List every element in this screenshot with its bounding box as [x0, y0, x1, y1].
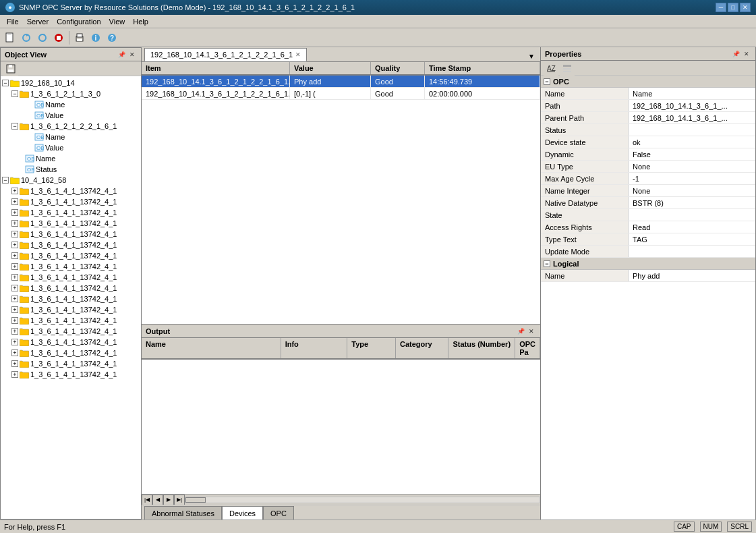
tree-expand-icon[interactable]: −	[11, 90, 18, 97]
tree-item[interactable]: +1_3_6_1_4_1_13742_4_1	[2, 347, 140, 358]
tree-item[interactable]: +1_3_6_1_4_1_13742_4_1	[2, 196, 140, 207]
tree-expand-icon[interactable]: +	[11, 231, 18, 237]
section-expand-icon[interactable]: −	[544, 78, 550, 85]
tree-item[interactable]: OBStatus	[2, 164, 140, 175]
output-tab-devices[interactable]: Devices	[222, 506, 263, 520]
tree-item[interactable]: +1_3_6_1_4_1_13742_4_1	[2, 218, 140, 229]
tree-expand-icon[interactable]: +	[11, 263, 18, 270]
tree-item[interactable]: +1_3_6_1_4_1_13742_4_1	[2, 229, 140, 240]
tree-item[interactable]: +1_3_6_1_4_1_13742_4_1	[2, 369, 140, 380]
toolbar-stop[interactable]	[51, 30, 66, 45]
toolbar-refresh1[interactable]	[19, 30, 34, 45]
tree-item[interactable]: OBName	[2, 132, 140, 142]
tree-save-button[interactable]	[3, 61, 18, 76]
menu-help[interactable]: Help	[129, 16, 152, 27]
scroll-first-button[interactable]: |◀	[142, 495, 152, 505]
props-section-header[interactable]: − Logical	[541, 258, 755, 270]
close-button[interactable]: ✕	[740, 3, 751, 12]
scroll-last-button[interactable]: ▶|	[174, 495, 185, 505]
toolbar-print[interactable]	[72, 30, 87, 45]
menu-view[interactable]: View	[105, 16, 129, 27]
scroll-thumb[interactable]	[185, 497, 206, 503]
props-close-button[interactable]: ✕	[742, 49, 751, 59]
tab-close-button[interactable]: ✕	[295, 51, 301, 58]
tree-expand-icon[interactable]: +	[11, 209, 18, 216]
tree-item[interactable]: +1_3_6_1_4_1_13742_4_1	[2, 315, 140, 326]
tree-expand-icon[interactable]: +	[11, 349, 18, 356]
scroll-track[interactable]	[185, 497, 540, 503]
tree-expand-icon[interactable]: +	[11, 274, 18, 281]
tab-dropdown-arrow[interactable]: ▼	[525, 51, 537, 61]
tree-item[interactable]: OBValue	[2, 142, 140, 153]
tree-expand-icon[interactable]: +	[11, 371, 18, 378]
props-pin-button[interactable]: 📌	[731, 49, 740, 59]
tree-item[interactable]: −1_3_6_1_2_1_1_3_0	[2, 88, 140, 99]
panel-pin-button[interactable]: 📌	[117, 50, 126, 59]
output-h-scrollbar[interactable]: |◀ ◀ ▶ ▶|	[142, 494, 540, 505]
tree-expand-icon[interactable]: +	[11, 306, 18, 313]
tree-expand-icon[interactable]: +	[11, 317, 18, 324]
tree-expand-icon[interactable]: −	[2, 177, 9, 184]
tree-expand-icon[interactable]: −	[11, 123, 18, 130]
grid-body[interactable]: 192_168_10_14.1_3_6_1_2_1_2_2_1_6_1.Na..…	[142, 76, 540, 324]
tree-item[interactable]: +1_3_6_1_4_1_13742_4_1	[2, 250, 140, 261]
scroll-next-button[interactable]: ▶	[163, 495, 174, 505]
tree-item[interactable]: −192_168_10_14	[2, 78, 140, 88]
menu-configuration[interactable]: Configuration	[53, 16, 105, 27]
tree-item[interactable]: +1_3_6_1_4_1_13742_4_1	[2, 261, 140, 272]
toolbar-new[interactable]	[3, 30, 18, 45]
menu-server[interactable]: Server	[23, 16, 53, 27]
tree-item[interactable]: +1_3_6_1_4_1_13742_4_1	[2, 337, 140, 347]
section-expand-icon[interactable]: −	[544, 260, 550, 267]
scroll-prev-button[interactable]: ◀	[152, 495, 163, 505]
props-categorize[interactable]	[560, 61, 575, 76]
tree-expand-icon[interactable]: +	[11, 360, 18, 367]
tree-item[interactable]: +1_3_6_1_4_1_13742_4_1	[2, 326, 140, 337]
maximize-button[interactable]: □	[728, 3, 738, 12]
grid-row[interactable]: 192_168_10_14.1_3_6_1_2_1_2_2_1_6_1.Na..…	[142, 76, 540, 88]
toolbar-info[interactable]: i	[88, 30, 103, 45]
tree-expand-icon[interactable]: +	[11, 285, 18, 291]
output-body[interactable]	[142, 360, 540, 494]
props-sort-alpha[interactable]: AZ	[544, 61, 558, 76]
tree-item[interactable]: −1_3_6_1_2_1_2_2_1_6_1	[2, 121, 140, 132]
tree-expand-icon[interactable]: +	[11, 296, 18, 302]
tree-expand-icon[interactable]: +	[11, 328, 18, 335]
menu-file[interactable]: File	[3, 16, 23, 27]
output-tab-opc[interactable]: OPC	[263, 506, 294, 520]
props-body[interactable]: − OPC Name Name Path 192_168_10_14.1_3_6…	[541, 76, 755, 520]
toolbar-refresh2[interactable]	[35, 30, 50, 45]
main-tab-active[interactable]: 192_168_10_14.1_3_6_1_2_1_2_2_1_6_1 ✕	[144, 48, 307, 61]
tree-item[interactable]: +1_3_6_1_4_1_13742_4_1	[2, 304, 140, 315]
tree-item[interactable]: OBName	[2, 99, 140, 110]
panel-close-button[interactable]: ✕	[127, 50, 137, 59]
tree-item[interactable]: OBValue	[2, 110, 140, 121]
tree-expand-icon[interactable]: +	[11, 252, 18, 259]
tree-expand-icon[interactable]: +	[11, 198, 18, 205]
tree-item[interactable]: +1_3_6_1_4_1_13742_4_1	[2, 293, 140, 304]
tree-item[interactable]: +1_3_6_1_4_1_13742_4_1	[2, 283, 140, 293]
output-tab-abnormal[interactable]: Abnormal Statuses	[144, 506, 222, 520]
toolbar-help[interactable]: ?	[105, 30, 119, 45]
tree-item[interactable]: +1_3_6_1_4_1_13742_4_1	[2, 186, 140, 196]
tree-container[interactable]: −192_168_10_14−1_3_6_1_2_1_1_3_0OBNameOB…	[1, 76, 141, 519]
tree-item[interactable]: +1_3_6_1_4_1_13742_4_1	[2, 272, 140, 283]
props-section-header[interactable]: − OPC	[541, 76, 755, 88]
tree-item[interactable]: OBName	[2, 153, 140, 164]
tree-item[interactable]: +1_3_6_1_4_1_13742_4_1	[2, 207, 140, 218]
grid-row[interactable]: 192_168_10_14.1_3_6_1_2_1_2_2_1_6_1.Valu…	[142, 88, 540, 100]
tree-item[interactable]: +1_3_6_1_4_1_13742_4_1	[2, 358, 140, 369]
tree-expand-icon[interactable]: +	[11, 242, 18, 248]
tree-item[interactable]: −10_4_162_58	[2, 175, 140, 186]
tree-expand-icon[interactable]: +	[11, 220, 18, 227]
props-controls[interactable]: 📌 ✕	[731, 49, 751, 59]
output-pin-button[interactable]: 📌	[516, 327, 525, 336]
tree-expand-icon[interactable]: −	[2, 80, 9, 86]
output-close-button[interactable]: ✕	[527, 327, 536, 336]
output-controls[interactable]: 📌 ✕	[516, 327, 536, 336]
window-controls[interactable]: ─ □ ✕	[716, 3, 751, 12]
tree-expand-icon[interactable]: +	[11, 188, 18, 194]
tree-item[interactable]: +1_3_6_1_4_1_13742_4_1	[2, 240, 140, 250]
minimize-button[interactable]: ─	[716, 3, 726, 12]
panel-controls[interactable]: 📌 ✕	[117, 50, 137, 59]
